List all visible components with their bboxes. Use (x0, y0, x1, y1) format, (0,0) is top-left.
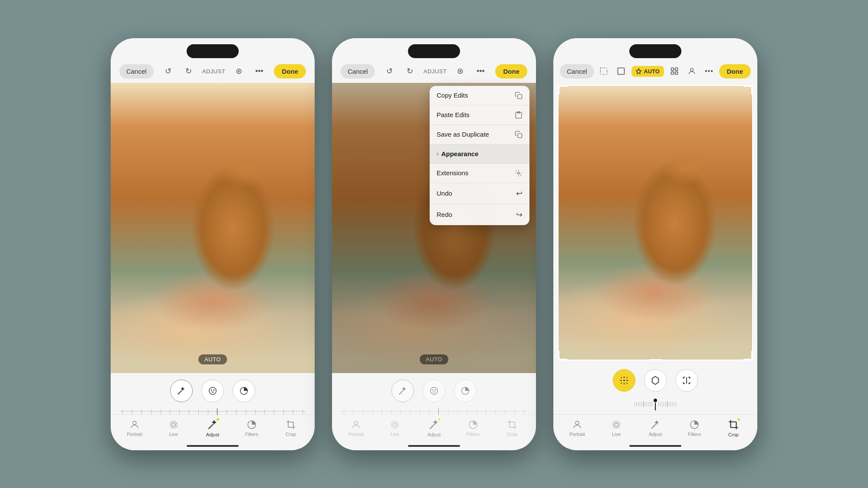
svg-rect-10 (288, 422, 293, 427)
redo-icon-1[interactable]: ↻ (182, 64, 196, 78)
photo-area-1: AUTO (111, 83, 315, 373)
tab-filters-3[interactable]: Filters (683, 419, 707, 437)
tab-crop-1[interactable]: Crop (279, 419, 303, 437)
svg-rect-36 (671, 68, 674, 71)
menu-appearance[interactable]: › Appearance (430, 144, 529, 164)
person-icon-2[interactable]: ⊛ (453, 64, 467, 78)
slider-tick (382, 409, 382, 414)
magic-wand-tool-1[interactable] (170, 380, 193, 402)
tab-portrait-3[interactable]: Portrait (566, 419, 589, 437)
rot-tick (676, 402, 676, 406)
color-tool-1[interactable] (233, 380, 255, 402)
tab-portrait-2[interactable]: Portrait (344, 419, 368, 437)
slider-tick (302, 409, 303, 414)
crop-label-3: Crop (728, 432, 739, 437)
crop-tool-freeform[interactable] (597, 64, 611, 78)
live-icon-2 (390, 419, 400, 430)
menu-redo[interactable]: Redo ↪ (430, 204, 529, 225)
slider-tick (274, 409, 274, 414)
tab-filters-2[interactable]: Filters (461, 419, 485, 437)
color-tool-2[interactable] (454, 380, 477, 402)
tab-portrait-1[interactable]: Portrait (123, 419, 147, 437)
live-icon-3 (611, 419, 621, 430)
menu-save-duplicate[interactable]: Save as Duplicate (430, 125, 529, 144)
menu-paste-edits[interactable]: Paste Edits (430, 105, 529, 125)
svg-line-23 (430, 424, 434, 429)
menu-undo[interactable]: Undo ↩ (430, 183, 529, 204)
horizon-tool-3[interactable] (613, 369, 635, 392)
svg-line-42 (621, 377, 622, 378)
undo-icon-1[interactable]: ↺ (161, 64, 175, 78)
tab-crop-3[interactable]: Crop (722, 419, 746, 437)
done-button-2[interactable]: Done (495, 64, 527, 79)
tab-filters-1[interactable]: Filters (240, 419, 264, 437)
vertical-tool-3[interactable] (644, 369, 667, 392)
active-dot-1 (217, 418, 219, 421)
slider-tick (401, 409, 401, 414)
slider-tick (179, 409, 180, 414)
rot-tick (671, 402, 671, 406)
tab-adjust-1[interactable]: Adjust (201, 419, 225, 437)
slider-tick (161, 409, 161, 414)
cancel-button-1[interactable]: Cancel (119, 64, 154, 79)
slider-track-1 (119, 411, 306, 412)
undo-icon-2[interactable]: ↺ (383, 64, 397, 78)
portrait-icon-1 (129, 419, 140, 430)
face-tool-1[interactable] (201, 380, 224, 402)
cancel-button-3[interactable]: Cancel (560, 64, 594, 79)
paste-edits-label: Paste Edits (437, 111, 470, 118)
crop-tool-square[interactable] (614, 64, 628, 78)
tab-adjust-2[interactable]: Adjust (422, 419, 446, 437)
crop-label-1: Crop (286, 432, 296, 437)
slider-row-3[interactable] (553, 398, 757, 414)
portrait-icon-3 (572, 419, 582, 430)
crop-tool-grid[interactable] (667, 64, 681, 78)
more-icon-1[interactable]: ••• (252, 64, 266, 78)
menu-extensions[interactable]: Extensions (430, 164, 529, 183)
tab-adjust-3[interactable]: Adjust (644, 419, 667, 437)
slider-thumb (217, 408, 217, 415)
svg-line-15 (399, 390, 403, 394)
svg-point-40 (690, 68, 694, 71)
slider-tick (170, 409, 170, 414)
svg-point-49 (615, 423, 618, 426)
tab-live-2[interactable]: Live (383, 419, 407, 437)
rot-tick (648, 402, 649, 406)
face-tool-2[interactable] (423, 380, 445, 402)
adjust-icon-2 (428, 419, 440, 430)
svg-point-34 (518, 172, 520, 174)
rot-tick-lg2 (667, 401, 667, 407)
slider-tick (514, 409, 515, 414)
redo-icon-2[interactable]: ↻ (403, 64, 417, 78)
tab-live-1[interactable]: Live (162, 419, 186, 437)
auto-crop-icon (636, 68, 642, 74)
slider-center-bar (655, 403, 656, 410)
slider-tick (363, 409, 363, 414)
more-icon-2[interactable]: ••• (473, 64, 487, 78)
slider-row-1[interactable] (111, 409, 315, 414)
rot-tick (669, 402, 669, 406)
rot-tick (665, 402, 666, 406)
tool-row-3 (553, 363, 757, 398)
filters-label-1: Filters (245, 432, 258, 437)
rot-tick (672, 402, 673, 406)
flip-tool-3[interactable] (675, 369, 698, 392)
cancel-button-2[interactable]: Cancel (341, 64, 375, 79)
tab-crop-2[interactable]: Crop (500, 419, 524, 437)
more-dots-3: ••• (705, 67, 713, 75)
done-button-3[interactable]: Done (719, 64, 751, 79)
person-icon-1[interactable]: ⊛ (232, 64, 246, 78)
slider-tick (151, 409, 151, 414)
adjust-title-2: ADJUST (424, 68, 447, 75)
svg-point-50 (613, 421, 620, 428)
magic-wand-tool-2[interactable] (391, 380, 414, 402)
menu-copy-edits[interactable]: Copy Edits (430, 86, 529, 105)
auto-crop-button[interactable]: AUTO (631, 66, 664, 77)
tab-live-3[interactable]: Live (605, 419, 628, 437)
svg-point-21 (393, 423, 397, 426)
more-button-3[interactable]: ••• (702, 64, 716, 78)
done-button-1[interactable]: Done (274, 64, 306, 79)
crop-tool-person[interactable] (685, 64, 699, 78)
extensions-icon (515, 169, 523, 177)
slider-row-2[interactable] (332, 409, 536, 414)
